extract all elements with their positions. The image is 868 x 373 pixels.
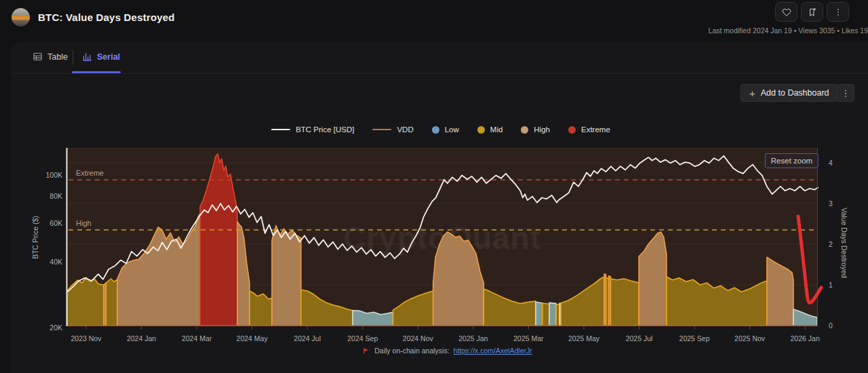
x-tick-label: 2025 Mar	[513, 334, 544, 342]
y-right-tick-label: 2	[829, 240, 833, 248]
x-tick-label: 2024 Jul	[294, 334, 321, 342]
threshold-label-high: High	[76, 219, 92, 227]
x-tick-label: 2024 May	[237, 334, 269, 342]
x-tick-label: 2025 Jan	[458, 334, 488, 342]
y-right-tick-label: 3	[829, 199, 833, 208]
vdd-area-mid	[106, 279, 117, 326]
vdd-area-mid	[611, 279, 639, 326]
threshold-label-extreme: Extreme	[76, 169, 104, 177]
x-tick-label: 2026 Jan	[791, 334, 820, 342]
x-tick-label: 2023 Nov	[71, 334, 102, 342]
y-right-tick-label: 0	[829, 321, 833, 330]
vdd-area-high	[272, 225, 301, 326]
x-tick-label: 2025 Nov	[734, 334, 766, 342]
y-left-axis-title: BTC Price ($)	[31, 216, 39, 259]
y-right-tick-label: 1	[829, 281, 833, 289]
y-left-tick-label: 60K	[50, 219, 62, 227]
reset-zoom-button[interactable]: Reset zoom	[765, 153, 818, 168]
vdd-area-mid	[67, 277, 104, 326]
x-tick-label: 2025 May	[568, 334, 600, 342]
chart-footer: Daily on-chain analysis: https://x.com/A…	[27, 347, 868, 355]
y-left-tick-label: 20K	[50, 323, 62, 332]
vdd-chart[interactable]: CryptoQuantExtremeHigh2023 Nov2024 Jan20…	[0, 0, 868, 373]
y-left-tick-label: 40K	[50, 258, 62, 266]
app-root: BTC: Value Days Destroyed Last modified …	[0, 0, 868, 373]
y-left-tick-label: 80K	[50, 192, 62, 200]
x-tick-label: 2024 Nov	[403, 334, 434, 342]
x-tick-label: 2024 Jan	[127, 334, 156, 342]
y-right-tick-label: 4	[829, 159, 833, 167]
x-tick-label: 2025 Sep	[679, 334, 710, 342]
footer-text: Daily on-chain analysis:	[374, 347, 449, 355]
footer-link[interactable]: https://x.com/AxelAdlerJr	[454, 347, 532, 355]
vdd-area-low	[536, 302, 542, 326]
vdd-area-mid	[542, 303, 549, 326]
y-right-axis-title: Value Days Destroyed	[840, 208, 848, 278]
y-left-tick-label: 100K	[45, 171, 62, 179]
red-flag-icon	[363, 347, 370, 355]
x-tick-label: 2024 Sep	[347, 334, 378, 342]
x-tick-label: 2024 Mar	[182, 334, 212, 342]
x-tick-label: 2025 Jul	[626, 334, 653, 342]
vdd-area-low	[549, 302, 556, 326]
